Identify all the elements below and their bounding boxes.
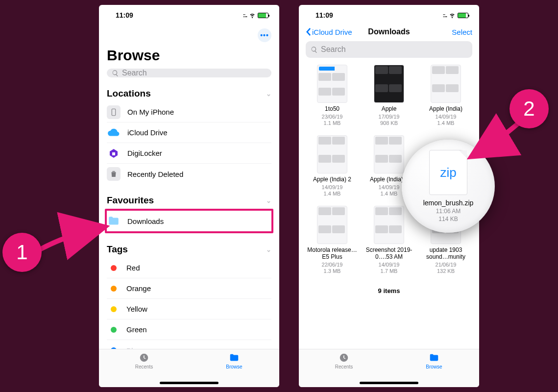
locations-list: On My iPhone iCloud Drive DigiLocker Rec… [99, 102, 279, 184]
annotation-step-2: 2 [509, 89, 549, 128]
folder-icon [228, 352, 240, 363]
annotation-step-1: 1 [2, 233, 42, 272]
search-input[interactable]: Search [306, 41, 472, 58]
file-thumbnail [374, 135, 404, 173]
zip-file-icon: zip [429, 150, 467, 195]
file-item[interactable]: Apple (India) 2 14/09/191.4 MB [305, 135, 360, 197]
file-thumbnail [374, 65, 404, 103]
nav-title: Downloads [368, 27, 410, 36]
location-icloud-drive[interactable]: iCloud Drive [107, 122, 271, 143]
more-menu-button[interactable]: ••• [258, 28, 271, 42]
status-icons: ::.. [443, 12, 468, 19]
tag-orange[interactable]: Orange [107, 278, 271, 299]
location-on-my-iphone[interactable]: On My iPhone [107, 102, 271, 122]
location-digilocker[interactable]: DigiLocker [107, 143, 271, 164]
wifi-icon [249, 12, 256, 19]
file-thumbnail [317, 206, 347, 244]
clock-icon [138, 352, 150, 363]
file-item[interactable]: Screenshot 2019-0….53 AM 14/09/191.7 MB [362, 206, 416, 274]
section-header-tags[interactable]: Tags ⌄ [99, 233, 279, 258]
favourites-list: Downloads [99, 209, 279, 233]
search-placeholder: Search [122, 69, 147, 77]
annotation-arrow-2 [465, 120, 524, 166]
file-item[interactable]: Motorola release…E5 Plus 22/06/191.3 MB [305, 206, 360, 274]
tag-green[interactable]: Green [107, 319, 271, 340]
clock: 11:09 [116, 11, 133, 19]
location-recently-deleted[interactable]: Recently Deleted [107, 164, 271, 184]
tag-blue[interactable]: Blue [107, 340, 271, 349]
search-icon [311, 46, 318, 53]
select-button[interactable]: Select [452, 28, 472, 36]
zip-file-size: 114 KB [438, 216, 458, 222]
status-icons: ::.. [243, 12, 268, 19]
tag-yellow[interactable]: Yellow [107, 299, 271, 319]
tag-dot-icon [111, 286, 117, 292]
status-bar: 11:09 ::.. [299, 5, 479, 25]
section-header-locations[interactable]: Locations ⌄ [99, 77, 279, 102]
status-bar: 11:09 ::.. [99, 5, 279, 25]
search-icon [112, 70, 119, 77]
chevron-down-icon: ⌄ [266, 246, 271, 253]
home-indicator[interactable] [160, 382, 218, 384]
battery-icon [258, 13, 268, 18]
file-thumbnail [317, 65, 347, 103]
svg-rect-0 [112, 109, 116, 116]
clock: 11:09 [315, 11, 333, 19]
tags-list: Red Orange Yellow Green Blue [99, 258, 279, 349]
zip-file-name: lemon_brush.zip [423, 199, 474, 207]
home-indicator[interactable] [360, 382, 418, 384]
tag-dot-icon [111, 306, 117, 312]
file-item[interactable]: 1to50 23/06/191.1 MB [305, 65, 360, 126]
chevron-down-icon: ⌄ [266, 90, 271, 98]
annotation-arrow-1 [37, 220, 110, 262]
chevron-left-icon [306, 27, 311, 36]
clock-icon [338, 352, 350, 363]
battery-icon [458, 13, 468, 18]
zip-file-time: 11:06 AM [436, 208, 461, 215]
signal-icon: ::.. [243, 13, 247, 18]
search-input[interactable]: Search [107, 69, 271, 77]
chevron-down-icon: ⌄ [266, 197, 271, 204]
nav-bar: iCloud Drive Downloads Select [299, 25, 479, 39]
file-thumbnail [374, 206, 404, 244]
wifi-icon [449, 12, 456, 19]
tag-dot-icon [111, 265, 117, 271]
file-item[interactable]: Apple (India) 14/09/191.4 MB [418, 65, 473, 126]
folder-icon [428, 352, 440, 363]
file-item[interactable]: Apple 17/09/19908 KB [362, 65, 416, 126]
section-header-favourites[interactable]: Favourites ⌄ [99, 184, 279, 209]
page-title: Browse [99, 42, 279, 69]
file-thumbnail [317, 135, 347, 173]
screenshot-browse-screen: 11:09 ::.. ••• Browse Search Locations ⌄… [99, 5, 279, 387]
search-placeholder: Search [321, 45, 346, 54]
back-button[interactable]: iCloud Drive [306, 27, 352, 36]
cloud-icon [107, 126, 121, 140]
trash-icon [107, 167, 121, 181]
device-icon [107, 105, 121, 119]
favourite-downloads[interactable]: Downloads [105, 209, 273, 233]
tag-red[interactable]: Red [107, 258, 271, 278]
signal-icon: ::.. [443, 13, 447, 18]
item-count: 9 items [299, 287, 479, 294]
digilocker-icon [107, 147, 121, 160]
file-thumbnail [431, 65, 461, 103]
tag-dot-icon [111, 327, 117, 333]
